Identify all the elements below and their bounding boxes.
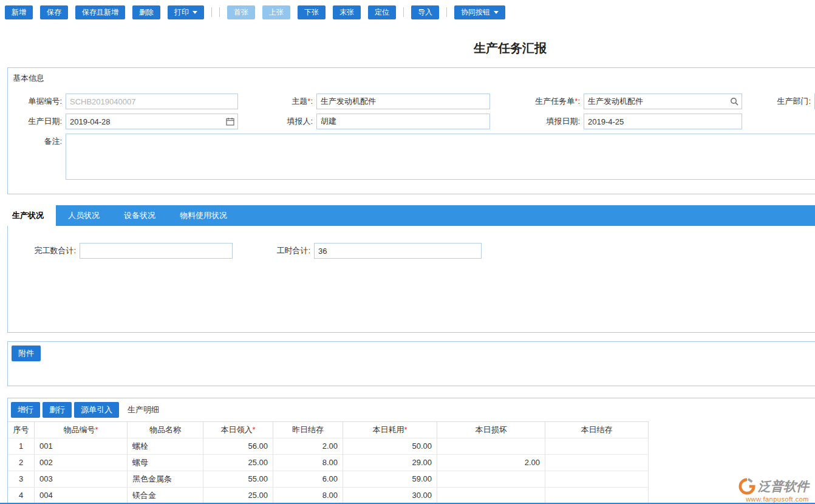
tab-production-status[interactable]: 生产状况 <box>0 205 56 226</box>
reporter-input[interactable] <box>316 114 490 129</box>
tab-personnel-status[interactable]: 人员状况 <box>56 205 112 226</box>
table-cell: 4 <box>8 487 35 503</box>
doc-no-input <box>66 94 238 109</box>
table-cell[interactable]: 螺栓 <box>128 438 203 454</box>
print-button-label: 打印 <box>174 7 189 18</box>
page-title: 生产任务汇报 <box>0 40 815 56</box>
task-order-label: 生产任务单*: <box>490 94 584 109</box>
toolbar-separator <box>446 7 447 17</box>
table-cell[interactable] <box>545 438 649 454</box>
detail-table-body: 1001螺栓56.002.0050.002002螺母25.008.0029.00… <box>8 438 815 503</box>
toolbar-separator <box>211 7 212 17</box>
attachment-button[interactable]: 附件 <box>12 346 41 361</box>
table-cell[interactable]: 59.00 <box>343 471 437 487</box>
vendor-brand-text: 泛普软件 <box>758 478 809 495</box>
remark-label: 备注: <box>8 134 66 149</box>
table-cell[interactable]: 8.00 <box>273 487 343 503</box>
report-date-input[interactable] <box>584 114 742 129</box>
table-cell[interactable]: 2.00 <box>437 454 545 471</box>
next-record-button[interactable]: 下张 <box>298 5 326 19</box>
delete-button[interactable]: 删除 <box>132 5 160 19</box>
table-cell[interactable]: 6.00 <box>273 471 343 487</box>
table-cell[interactable]: 8.00 <box>273 454 343 471</box>
table-cell: 3 <box>8 471 35 487</box>
column-header: 本日损坏 <box>437 421 545 438</box>
table-cell[interactable] <box>545 471 649 487</box>
new-button[interactable]: 新增 <box>5 5 33 19</box>
doc-no-label: 单据编号: <box>8 94 66 109</box>
prod-date-input[interactable] <box>66 114 238 129</box>
toolbar-separator <box>219 7 220 17</box>
table-cell[interactable]: 29.00 <box>343 454 437 471</box>
table-cell[interactable]: 25.00 <box>203 454 273 471</box>
production-detail-section: 增行 删行 源单引入 生产明细 序号物品编号*物品名称本日领入*昨日结存本日耗用… <box>7 398 815 503</box>
required-mark: * <box>404 425 407 434</box>
basic-info-section: 基本信息 单据编号: 主题*: 生产任务单*: 生产部门: 生产日期: <box>7 67 815 194</box>
source-import-button[interactable]: 源单引入 <box>74 402 119 418</box>
main-toolbar: 新增 保存 保存且新增 删除 打印 首张 上张 下张 末张 定位 导入 协同按钮 <box>0 0 815 24</box>
table-cell[interactable]: 001 <box>35 438 128 454</box>
tab-material-usage-status[interactable]: 物料使用状况 <box>168 205 239 226</box>
attachment-section: 附件 <box>7 341 815 386</box>
locate-button[interactable]: 定位 <box>368 5 396 19</box>
search-icon[interactable] <box>730 97 738 106</box>
tab-equipment-status[interactable]: 设备状况 <box>112 205 168 226</box>
department-label: 生产部门: <box>742 94 814 109</box>
table-cell[interactable]: 002 <box>35 454 128 471</box>
table-cell[interactable]: 25.00 <box>203 487 273 503</box>
table-row: 4004镁合金25.008.0030.00 <box>8 487 815 503</box>
detail-table-header: 序号物品编号*物品名称本日领入*昨日结存本日耗用*本日损坏本日结存 <box>8 421 815 438</box>
table-cell[interactable]: 55.00 <box>203 471 273 487</box>
required-mark: * <box>95 425 98 434</box>
task-order-input[interactable] <box>584 94 742 109</box>
production-status-panel: 完工数合计: 工时合计: <box>7 226 815 333</box>
import-button[interactable]: 导入 <box>411 5 439 19</box>
last-record-button[interactable]: 末张 <box>333 5 361 19</box>
table-row: 3003黑色金属条55.006.0059.00 <box>8 471 815 487</box>
print-button[interactable]: 打印 <box>168 5 204 19</box>
save-button[interactable]: 保存 <box>40 5 68 19</box>
first-record-button: 首张 <box>227 5 255 19</box>
table-cell[interactable] <box>437 487 545 503</box>
delete-row-button[interactable]: 删行 <box>43 402 72 418</box>
table-cell: 1 <box>8 438 35 454</box>
remark-textarea[interactable] <box>66 134 815 180</box>
report-date-label: 填报日期: <box>490 114 584 129</box>
column-header <box>649 421 815 438</box>
column-header: 物品编号* <box>35 421 128 438</box>
collaboration-button[interactable]: 协同按钮 <box>454 5 505 19</box>
report-form: 生产任务汇报 基本信息 单据编号: 主题*: 生产任务单*: 生产部门: 生产日… <box>0 40 815 503</box>
table-cell <box>649 454 815 471</box>
table-cell[interactable]: 50.00 <box>343 438 437 454</box>
table-cell[interactable]: 黑色金属条 <box>128 471 203 487</box>
table-cell[interactable]: 30.00 <box>343 487 437 503</box>
table-cell[interactable]: 2.00 <box>273 438 343 454</box>
finished-qty-input[interactable] <box>80 243 233 259</box>
column-header: 本日结存 <box>545 421 649 438</box>
table-cell[interactable] <box>437 438 545 454</box>
table-row: 1001螺栓56.002.0050.00 <box>8 438 815 454</box>
table-cell[interactable]: 螺母 <box>128 454 203 471</box>
caret-down-icon <box>494 11 499 14</box>
table-cell[interactable]: 004 <box>35 487 128 503</box>
table-cell[interactable]: 56.00 <box>203 438 273 454</box>
table-cell[interactable] <box>545 487 649 503</box>
table-cell <box>649 438 815 454</box>
subject-input[interactable] <box>316 94 490 109</box>
table-cell[interactable]: 镁合金 <box>128 487 203 503</box>
table-cell[interactable] <box>545 454 649 471</box>
add-row-button[interactable]: 增行 <box>11 402 40 418</box>
subject-label: 主题*: <box>238 94 316 109</box>
work-hours-input[interactable] <box>314 243 482 259</box>
table-cell[interactable]: 003 <box>35 471 128 487</box>
detail-toolbar: 增行 删行 源单引入 生产明细 <box>8 398 815 421</box>
table-cell[interactable] <box>437 471 545 487</box>
basic-info-title: 基本信息 <box>8 73 815 84</box>
app-window: 新增 保存 保存且新增 删除 打印 首张 上张 下张 末张 定位 导入 协同按钮… <box>0 0 815 504</box>
fanpu-logo-icon <box>738 478 755 495</box>
save-and-new-button[interactable]: 保存且新增 <box>75 5 125 19</box>
calendar-icon[interactable] <box>226 117 234 126</box>
detail-section-title: 生产明细 <box>128 404 159 415</box>
column-header: 昨日结存 <box>273 421 343 438</box>
work-hours-label: 工时合计: <box>233 243 314 259</box>
